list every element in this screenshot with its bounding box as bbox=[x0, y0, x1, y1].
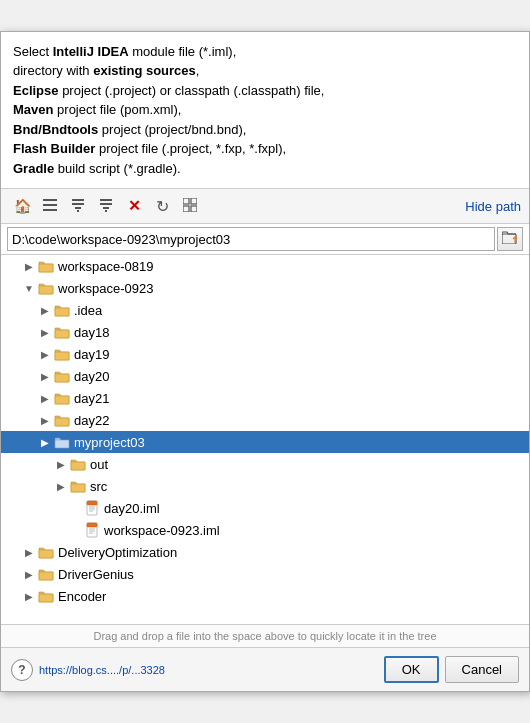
svg-rect-10 bbox=[105, 210, 107, 212]
expand-arrow-icon: ▶ bbox=[37, 302, 53, 318]
tree-item[interactable]: ▶ day18 bbox=[1, 321, 529, 343]
desc-line1: Select IntelliJ IDEA module file (*.iml)… bbox=[13, 44, 236, 59]
svg-rect-13 bbox=[183, 206, 189, 212]
tree-item[interactable]: ▶ DeliveryOptimization bbox=[1, 541, 529, 563]
item-label: day22 bbox=[74, 413, 109, 428]
footer: ? https://blog.cs..../p/...3328 OK Cance… bbox=[1, 648, 529, 691]
item-label: workspace-0923.iml bbox=[104, 523, 220, 538]
desc-line6: Flash Builder project file (.project, *.… bbox=[13, 141, 286, 156]
expand-button[interactable] bbox=[93, 193, 119, 219]
grid-icon bbox=[183, 198, 197, 215]
item-label: workspace-0923 bbox=[58, 281, 153, 296]
svg-rect-20 bbox=[55, 330, 69, 338]
svg-rect-8 bbox=[100, 203, 112, 205]
folder-icon bbox=[37, 280, 55, 296]
tree-item[interactable]: ▶ Encoder bbox=[1, 585, 529, 607]
folder-icon bbox=[37, 566, 55, 582]
svg-rect-23 bbox=[55, 396, 69, 404]
svg-rect-26 bbox=[71, 462, 85, 470]
tree-item[interactable]: ▶ src bbox=[1, 475, 529, 497]
svg-rect-22 bbox=[55, 374, 69, 382]
tree-item[interactable]: ▶ day19 bbox=[1, 343, 529, 365]
footer-left: ? https://blog.cs..../p/...3328 bbox=[11, 659, 165, 681]
tree-item[interactable]: ▶ day20.iml bbox=[1, 497, 529, 519]
folder-icon bbox=[69, 456, 87, 472]
svg-rect-3 bbox=[72, 203, 84, 205]
folder-icon bbox=[37, 258, 55, 274]
item-label: src bbox=[90, 479, 107, 494]
dialog: Select IntelliJ IDEA module file (*.iml)… bbox=[0, 31, 530, 693]
expand-arrow-icon: ▶ bbox=[37, 412, 53, 428]
delete-button[interactable]: ✕ bbox=[121, 193, 147, 219]
folder-icon bbox=[37, 544, 55, 560]
svg-rect-29 bbox=[87, 501, 97, 505]
item-label: workspace-0819 bbox=[58, 259, 153, 274]
drag-hint: Drag and drop a file into the space abov… bbox=[1, 625, 529, 648]
svg-rect-5 bbox=[75, 207, 81, 209]
desc-line7: Gradle build script (*.gradle). bbox=[13, 161, 181, 176]
expand-arrow-icon: ▶ bbox=[37, 368, 53, 384]
browse-icon bbox=[502, 230, 518, 248]
folder-icon bbox=[53, 412, 71, 428]
tree-area[interactable]: ▶ workspace-0819 ▼ workspace-0923 ▶ .ide… bbox=[1, 255, 529, 625]
grid-button[interactable] bbox=[177, 193, 203, 219]
svg-rect-14 bbox=[191, 206, 197, 212]
tree-item[interactable]: ▶ DriverGenius bbox=[1, 563, 529, 585]
item-label: DeliveryOptimization bbox=[58, 545, 177, 560]
svg-rect-12 bbox=[191, 198, 197, 204]
expand-arrow-icon: ▶ bbox=[21, 544, 37, 560]
list-button[interactable] bbox=[37, 193, 63, 219]
expand-arrow-icon: ▶ bbox=[37, 390, 53, 406]
expand-arrow-icon: ▶ bbox=[37, 434, 53, 450]
item-label: day20.iml bbox=[104, 501, 160, 516]
item-label: day20 bbox=[74, 369, 109, 384]
collapse-icon bbox=[71, 198, 85, 215]
tree-item[interactable]: ▶ day20 bbox=[1, 365, 529, 387]
hide-path-link[interactable]: Hide path bbox=[465, 199, 521, 214]
expand-arrow-icon: ▶ bbox=[53, 478, 69, 494]
home-button[interactable]: 🏠 bbox=[9, 193, 35, 219]
footer-url: https://blog.cs..../p/...3328 bbox=[39, 664, 165, 676]
help-button[interactable]: ? bbox=[11, 659, 33, 681]
svg-rect-21 bbox=[55, 352, 69, 360]
browse-button[interactable] bbox=[497, 227, 523, 251]
desc-line3: Eclipse project (.project) or classpath … bbox=[13, 83, 324, 98]
tree-item[interactable]: ▶ workspace-0923.iml bbox=[1, 519, 529, 541]
tree-item[interactable]: ▼ workspace-0923 bbox=[1, 277, 529, 299]
expand-arrow-icon: ▶ bbox=[21, 258, 37, 274]
tree-item[interactable]: ▶ day21 bbox=[1, 387, 529, 409]
tree-item[interactable]: ▶ out bbox=[1, 453, 529, 475]
collapse-button[interactable] bbox=[65, 193, 91, 219]
item-label: .idea bbox=[74, 303, 102, 318]
svg-rect-27 bbox=[71, 484, 85, 492]
refresh-button[interactable]: ↻ bbox=[149, 193, 175, 219]
ok-button[interactable]: OK bbox=[384, 656, 439, 683]
toolbar: 🏠 ✕ ↻ bbox=[1, 189, 529, 224]
svg-rect-11 bbox=[183, 198, 189, 204]
iml-file-icon bbox=[85, 500, 101, 516]
description-area: Select IntelliJ IDEA module file (*.iml)… bbox=[1, 32, 529, 190]
tree-item[interactable]: ▶ .idea bbox=[1, 299, 529, 321]
desc-line2: directory with existing sources, bbox=[13, 63, 199, 78]
path-input[interactable] bbox=[7, 227, 495, 251]
iml-file-icon bbox=[85, 522, 101, 538]
svg-rect-0 bbox=[43, 199, 57, 201]
tree-item[interactable]: ▶ day22 bbox=[1, 409, 529, 431]
item-label: Encoder bbox=[58, 589, 106, 604]
svg-rect-25 bbox=[55, 440, 69, 448]
svg-rect-34 bbox=[87, 523, 97, 527]
expand-arrow-icon: ▶ bbox=[37, 324, 53, 340]
cancel-button[interactable]: Cancel bbox=[445, 656, 519, 683]
home-icon: 🏠 bbox=[14, 198, 31, 214]
list-icon bbox=[43, 198, 57, 214]
tree-item[interactable]: ▶ workspace-0819 bbox=[1, 255, 529, 277]
folder-icon bbox=[53, 390, 71, 406]
item-label: myproject03 bbox=[74, 435, 145, 450]
svg-rect-2 bbox=[43, 209, 57, 211]
item-label: day19 bbox=[74, 347, 109, 362]
svg-rect-17 bbox=[39, 264, 53, 272]
svg-rect-9 bbox=[103, 207, 109, 209]
expand-arrow-icon: ▶ bbox=[21, 588, 37, 604]
svg-rect-6 bbox=[77, 210, 79, 212]
tree-item-selected[interactable]: ▶ myproject03 bbox=[1, 431, 529, 453]
